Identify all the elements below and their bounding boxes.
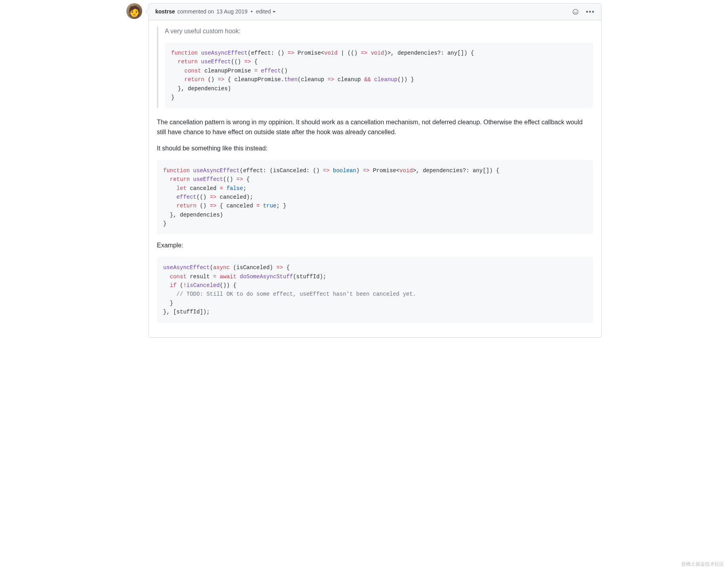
comment-caret (146, 8, 149, 15)
edited-label: edited (256, 8, 271, 16)
commented-label: commented on (177, 8, 214, 16)
comment-body: A very useful custom hook: function useA… (149, 20, 601, 337)
quote-text: A very useful custom hook: (165, 27, 593, 36)
code-block-1: function useAsyncEffect(effect: () => Pr… (165, 42, 593, 108)
chevron-down-icon (273, 11, 276, 13)
timestamp-link[interactable]: 13 Aug 2019 (216, 8, 248, 16)
kebab-icon[interactable]: ••• (586, 9, 595, 15)
svg-point-1 (574, 11, 575, 11)
paragraph-3: Example: (157, 241, 593, 251)
paragraph-2: It should be something like this instead… (157, 144, 593, 154)
emoji-icon[interactable] (572, 9, 579, 15)
author-link[interactable]: kostrse (155, 8, 175, 16)
avatar[interactable]: 🧑 (126, 3, 142, 19)
bullet-separator: • (251, 8, 253, 16)
avatar-column: 🧑 (126, 3, 142, 338)
svg-point-0 (573, 9, 578, 14)
comment-box: kostrse commented on 13 Aug 2019 • edite… (149, 3, 602, 338)
header-actions: ••• (572, 9, 595, 15)
code-block-3: useAsyncEffect(async (isCanceled) => { c… (157, 257, 593, 323)
paragraph-1: The cancellation pattern is wrong in my … (157, 118, 593, 137)
code-block-2: function useAsyncEffect(effect: (isCance… (157, 160, 593, 235)
comment-container: 🧑 kostrse commented on 13 Aug 2019 • edi… (126, 3, 602, 338)
svg-point-2 (576, 11, 577, 11)
comment-header: kostrse commented on 13 Aug 2019 • edite… (149, 4, 601, 20)
edited-dropdown[interactable]: edited (256, 8, 276, 16)
quote-block: A very useful custom hook: function useA… (157, 27, 593, 108)
